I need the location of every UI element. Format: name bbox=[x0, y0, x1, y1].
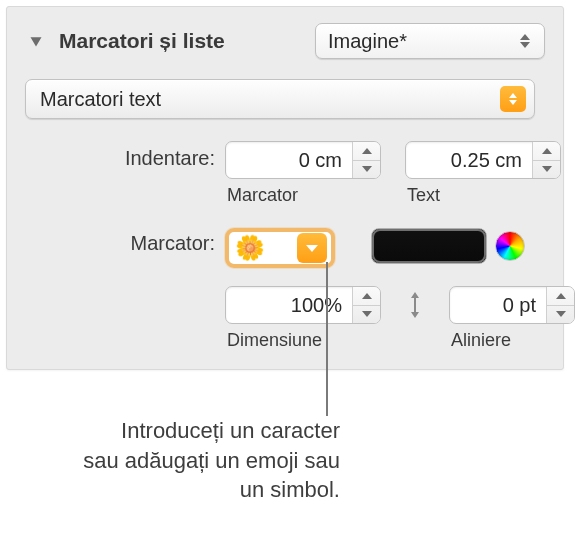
bullet-label: Marcator: bbox=[25, 228, 225, 255]
list-style-value: Imagine* bbox=[328, 30, 407, 53]
stepper-buttons[interactable] bbox=[532, 142, 560, 178]
indent-text-group: 0.25 cm Text bbox=[405, 141, 561, 206]
stepper-buttons[interactable] bbox=[546, 287, 574, 323]
indent-row: Indentare: 0 cm Marcator 0.25 cm bbox=[25, 141, 545, 206]
chevron-up-icon bbox=[362, 293, 372, 299]
size-group: 100% Dimensiune bbox=[225, 286, 381, 351]
step-up-button[interactable] bbox=[353, 287, 380, 305]
step-up-button[interactable] bbox=[353, 142, 380, 160]
indent-marker-field[interactable]: 0 cm bbox=[225, 141, 381, 179]
bullet-type-popup[interactable]: Marcatori text bbox=[25, 79, 535, 119]
stepper-buttons[interactable] bbox=[352, 287, 380, 323]
step-up-button[interactable] bbox=[547, 287, 574, 305]
step-down-button[interactable] bbox=[533, 160, 560, 179]
chevron-down-icon bbox=[362, 311, 372, 317]
indent-marker-value: 0 cm bbox=[226, 149, 352, 172]
align-group: 0 pt Aliniere bbox=[449, 286, 575, 351]
align-sublabel: Aliniere bbox=[449, 330, 575, 351]
chevron-down-icon bbox=[542, 166, 552, 172]
chevron-down-icon bbox=[556, 311, 566, 317]
step-up-button[interactable] bbox=[533, 142, 560, 160]
popup-chevron-icon bbox=[518, 34, 532, 48]
bullet-color-group bbox=[371, 228, 525, 264]
size-align-row: 100% Dimensiune 0 pt Aliniere bbox=[225, 286, 545, 351]
bullet-type-value: Marcatori text bbox=[40, 88, 161, 111]
step-down-button[interactable] bbox=[353, 160, 380, 179]
bullet-character-value: 🌼 bbox=[235, 236, 265, 260]
indent-text-field[interactable]: 0.25 cm bbox=[405, 141, 561, 179]
section-header: Marcatori și liste Imagine* bbox=[25, 17, 545, 65]
step-down-button[interactable] bbox=[353, 305, 380, 324]
callout-text: Introduceți un caracter sau adăugați un … bbox=[80, 416, 340, 505]
chevron-down-icon bbox=[362, 166, 372, 172]
bullet-color-well[interactable] bbox=[371, 228, 487, 264]
size-value: 100% bbox=[226, 294, 352, 317]
chevron-up-icon bbox=[362, 148, 372, 154]
bullet-row: Marcator: 🌼 bbox=[25, 228, 545, 268]
popup-dropdown-icon bbox=[297, 233, 327, 263]
align-field[interactable]: 0 pt bbox=[449, 286, 575, 324]
align-baseline-icon bbox=[403, 286, 427, 324]
callout-leader-line bbox=[326, 262, 328, 416]
popup-chevron-icon bbox=[500, 86, 526, 112]
disclosure-triangle-icon[interactable] bbox=[25, 30, 47, 52]
bullet-character-popup[interactable]: 🌼 bbox=[225, 228, 335, 268]
color-picker-icon[interactable] bbox=[495, 231, 525, 261]
indent-text-value: 0.25 cm bbox=[406, 149, 532, 172]
indent-marker-sublabel: Marcator bbox=[225, 185, 381, 206]
list-style-popup[interactable]: Imagine* bbox=[315, 23, 545, 59]
formatting-panel: Marcatori și liste Imagine* Marcatori te… bbox=[6, 6, 564, 370]
size-field[interactable]: 100% bbox=[225, 286, 381, 324]
stepper-buttons[interactable] bbox=[352, 142, 380, 178]
section-title: Marcatori și liste bbox=[59, 29, 225, 53]
indent-text-sublabel: Text bbox=[405, 185, 561, 206]
indent-label: Indentare: bbox=[25, 141, 225, 170]
size-sublabel: Dimensiune bbox=[225, 330, 381, 351]
chevron-up-icon bbox=[542, 148, 552, 154]
step-down-button[interactable] bbox=[547, 305, 574, 324]
chevron-up-icon bbox=[556, 293, 566, 299]
indent-marker-group: 0 cm Marcator bbox=[225, 141, 381, 206]
align-value: 0 pt bbox=[450, 294, 546, 317]
